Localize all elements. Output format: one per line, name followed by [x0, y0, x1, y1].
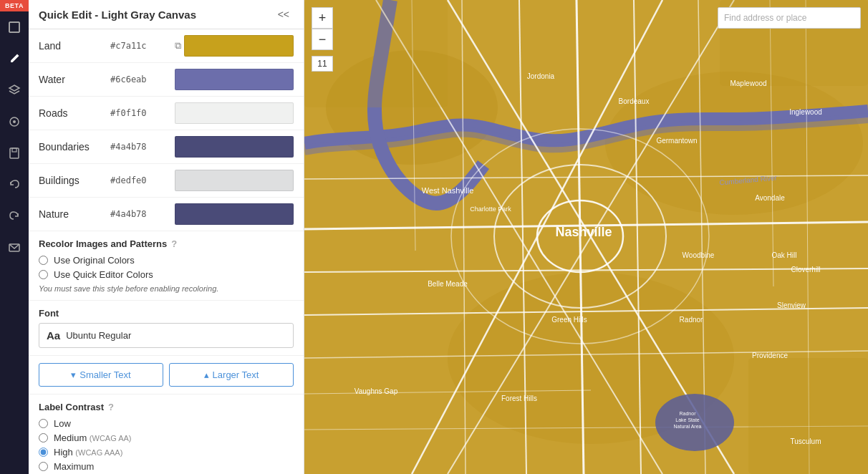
svg-text:Belle Meade: Belle Meade [428, 280, 468, 288]
save-notice: You must save this style before enabling… [39, 284, 294, 293]
svg-text:Vaughns Gap: Vaughns Gap [355, 387, 398, 395]
quick-edit-panel: Quick Edit - Light Gray Canvas << Land #… [29, 0, 304, 474]
color-row-boundaries: Boundaries #4a4b78 [29, 130, 304, 164]
contrast-label-low: Low [54, 418, 71, 429]
svg-text:Slenview: Slenview [777, 301, 806, 309]
color-swatch-water[interactable] [175, 69, 294, 90]
sidebar-item-styles[interactable] [0, 106, 29, 137]
color-row-roads: Roads #f0f1f0 [29, 97, 304, 130]
color-hex-nature: #4a4b78 [110, 209, 168, 219]
contrast-label-medium: Medium (WCAG AA) [54, 432, 132, 443]
color-hex-land: #c7a11c [110, 41, 168, 51]
original-colors-option[interactable]: Use Original Colors [39, 255, 294, 266]
svg-point-4 [13, 120, 16, 123]
color-swatch-container-nature [175, 203, 294, 225]
color-swatch-container-boundaries [175, 136, 294, 158]
svg-text:Tusculum: Tusculum [791, 437, 821, 445]
contrast-option-high[interactable]: High (WCAG AAA) [39, 447, 294, 458]
svg-text:Cloverhill: Cloverhill [791, 266, 820, 274]
search-placeholder: Find address or place [724, 13, 806, 23]
color-swatch-land[interactable] [184, 35, 294, 57]
color-label-nature: Nature [39, 208, 103, 220]
sidebar-item-mail[interactable] [0, 232, 29, 263]
contrast-options: Low Medium (WCAG AA) High (WCAG AAA) Max… [39, 418, 294, 472]
copy-icon[interactable]: ⧉ [175, 40, 181, 52]
color-row-nature: Nature #4a4b78 [29, 198, 304, 231]
color-row-land: Land #c7a11c ⧉ [29, 29, 304, 63]
font-selector[interactable]: Aa Ubuntu Regular [39, 323, 294, 348]
contrast-option-maximum[interactable]: Maximum [39, 461, 294, 472]
svg-rect-0 [9, 22, 19, 32]
quick-editor-colors-radio[interactable] [39, 270, 48, 279]
text-size-buttons: ▾ Smaller Text ▴ Larger Text [29, 356, 304, 395]
svg-text:Inglewood: Inglewood [789, 108, 822, 116]
svg-text:Providence: Providence [752, 352, 788, 359]
larger-text-button[interactable]: ▴ Larger Text [169, 363, 294, 387]
color-swatch-container-buildings [175, 170, 294, 191]
svg-text:West Nashville: West Nashville [422, 186, 474, 195]
contrast-option-medium[interactable]: Medium (WCAG AA) [39, 432, 294, 443]
svg-text:Natural Area: Natural Area [674, 424, 702, 429]
color-swatch-nature[interactable] [175, 203, 294, 225]
sidebar-item-undo[interactable] [0, 169, 29, 200]
svg-text:Radnor: Radnor [680, 411, 697, 416]
recolor-help-icon[interactable]: ? [171, 238, 177, 249]
font-name: Ubuntu Regular [66, 330, 131, 341]
contrast-option-low[interactable]: Low [39, 418, 294, 429]
contrast-label-high: High (WCAG AAA) [54, 447, 122, 458]
map-svg: Radnor Lake State Natural Area Nashville… [304, 0, 868, 474]
color-swatch-boundaries[interactable] [175, 136, 294, 158]
contrast-radio-medium[interactable] [39, 433, 48, 442]
beta-badge: BETA [0, 0, 29, 11]
svg-text:Green Hills: Green Hills [551, 316, 587, 324]
font-aa: Aa [47, 329, 60, 342]
sidebar-item-layers[interactable] [0, 74, 29, 106]
color-label-buildings: Buildings [39, 175, 103, 186]
contrast-radio-high[interactable] [39, 448, 48, 457]
svg-text:Oak Hill: Oak Hill [771, 251, 796, 259]
font-section: Font Aa Ubuntu Regular [29, 301, 304, 356]
zoom-out-button[interactable]: − [312, 29, 333, 50]
contrast-title: Label Contrast ? [39, 402, 294, 412]
sidebar-item-edit[interactable] [0, 43, 29, 74]
color-swatch-container-roads [175, 102, 294, 124]
svg-text:Woodbine: Woodbine [683, 251, 715, 259]
sidebar-item-map[interactable] [0, 11, 29, 43]
svg-rect-5 [10, 148, 19, 158]
contrast-radio-low[interactable] [39, 419, 48, 428]
search-box[interactable]: Find address or place [718, 7, 861, 29]
sidebar-item-save[interactable] [0, 137, 29, 169]
recolor-title: Recolor Images and Patterns ? [39, 238, 294, 249]
svg-point-37 [655, 394, 734, 451]
contrast-label-maximum: Maximum [54, 461, 94, 472]
label-contrast-section: Label Contrast ? Low Medium (WCAG AA) Hi… [29, 395, 304, 474]
color-swatch-buildings[interactable] [175, 170, 294, 191]
contrast-help-icon[interactable]: ? [108, 402, 114, 412]
quick-editor-colors-option[interactable]: Use Quick Editor Colors [39, 269, 294, 280]
zoom-in-button[interactable]: + [312, 7, 333, 29]
smaller-text-button[interactable]: ▾ Smaller Text [39, 363, 163, 387]
svg-text:Charlotte Park: Charlotte Park [470, 205, 511, 213]
color-hex-buildings: #dedfe0 [110, 175, 168, 185]
panel-header: Quick Edit - Light Gray Canvas << [29, 0, 304, 29]
smaller-arrow-icon: ▾ [71, 369, 76, 380]
color-hex-roads: #f0f1f0 [110, 108, 168, 118]
sidebar-item-redo[interactable] [0, 200, 29, 232]
map-controls: + − [312, 7, 333, 50]
svg-text:Avondale: Avondale [755, 194, 785, 202]
color-hex-water: #6c6eab [110, 74, 168, 84]
contrast-radio-maximum[interactable] [39, 462, 48, 471]
svg-rect-36 [748, 358, 868, 474]
svg-text:Maplewood: Maplewood [730, 79, 766, 87]
svg-text:Lake State: Lake State [675, 417, 700, 422]
color-label-land: Land [39, 40, 103, 52]
color-label-water: Water [39, 74, 103, 85]
collapse-button[interactable]: << [274, 7, 294, 21]
recolor-section: Recolor Images and Patterns ? Use Origin… [29, 231, 304, 301]
original-colors-radio[interactable] [39, 256, 48, 265]
zoom-level-display: 11 [312, 56, 333, 72]
color-row-buildings: Buildings #dedfe0 [29, 164, 304, 198]
color-label-boundaries: Boundaries [39, 141, 103, 153]
color-swatch-roads[interactable] [175, 102, 294, 124]
map-container: Radnor Lake State Natural Area Nashville… [304, 0, 868, 474]
